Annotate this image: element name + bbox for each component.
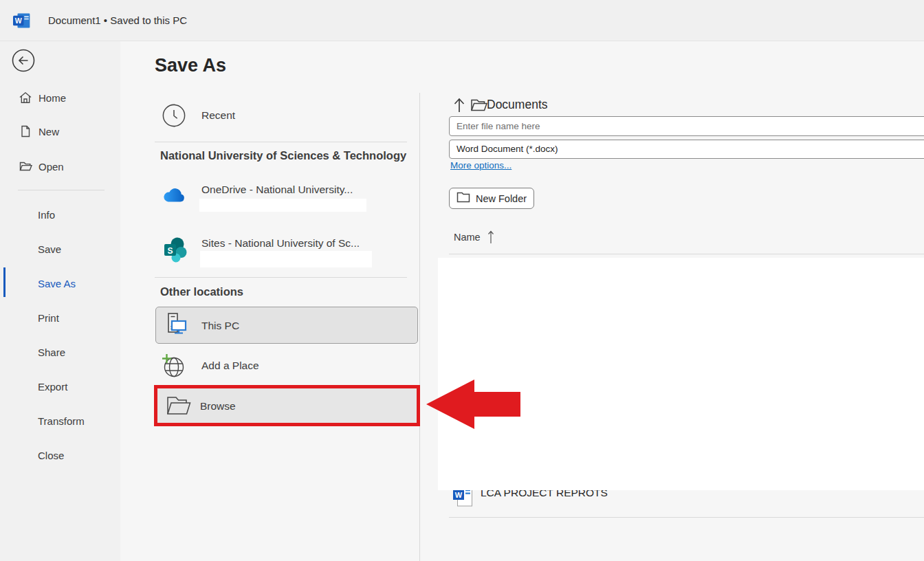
sidebar-item-save-as[interactable]: Save As: [0, 276, 120, 291]
add-a-place-item[interactable]: [160, 353, 186, 382]
sidebar-item-label: New: [38, 126, 59, 138]
new-folder-label: New Folder: [476, 193, 527, 204]
new-folder-icon: [456, 192, 470, 205]
divider: [449, 517, 924, 518]
new-folder-button[interactable]: New Folder: [449, 188, 534, 209]
recent-item-label[interactable]: Recent: [201, 109, 235, 122]
onedrive-icon[interactable]: [162, 187, 186, 206]
home-icon: [19, 91, 32, 104]
svg-text:W: W: [15, 16, 22, 25]
sharepoint-icon[interactable]: S: [163, 236, 188, 265]
this-pc-item[interactable]: This PC: [155, 307, 418, 344]
back-button[interactable]: [12, 49, 35, 72]
divider: [449, 254, 924, 254]
sidebar-item-open[interactable]: Open: [0, 154, 120, 179]
sidebar-item-label: Home: [38, 92, 66, 104]
name-column-header[interactable]: Name: [454, 230, 481, 244]
more-options-link[interactable]: More options...: [450, 160, 512, 170]
title-bar: W Document1 • Saved to this PC: [0, 0, 924, 41]
redaction-box: [199, 199, 366, 212]
sidebar-item-label: Open: [38, 161, 64, 173]
org-section-header: National University of Sciences & Techno…: [160, 148, 406, 163]
sidebar-item-new[interactable]: New: [0, 119, 120, 144]
panel-divider: [419, 93, 420, 561]
sidebar-item-export[interactable]: Export: [0, 379, 120, 394]
add-a-place-label[interactable]: Add a Place: [201, 359, 259, 373]
divider: [155, 277, 407, 278]
redaction-box: [200, 251, 372, 267]
browse-label: Browse: [200, 399, 236, 413]
globe-plus-icon: [160, 369, 186, 381]
divider: [155, 142, 407, 142]
new-document-icon: [19, 124, 32, 138]
sidebar-item-info[interactable]: Info: [0, 207, 120, 222]
svg-text:W: W: [455, 491, 463, 499]
current-folder-label: Documents: [487, 96, 548, 113]
sidebar-item-close[interactable]: Close: [0, 448, 120, 463]
onedrive-item-label[interactable]: OneDrive - National University...: [201, 183, 353, 197]
divider: [18, 190, 104, 190]
sidebar-item-share[interactable]: Share: [0, 344, 120, 360]
sites-item-label[interactable]: Sites - National University of Sc...: [201, 236, 360, 250]
this-pc-icon: [162, 311, 190, 342]
other-locations-header: Other locations: [160, 284, 243, 299]
selected-indicator: [3, 267, 6, 297]
sidebar-item-print[interactable]: Print: [0, 310, 120, 325]
svg-text:S: S: [167, 246, 173, 256]
filename-input[interactable]: [449, 116, 924, 136]
recent-item[interactable]: [162, 103, 186, 128]
up-one-level-button[interactable]: [452, 96, 466, 114]
sidebar-item-transform[interactable]: Transform: [0, 413, 120, 428]
sort-ascending-icon: [487, 230, 495, 248]
word-logo-icon: W: [13, 12, 31, 32]
open-folder-icon: [19, 160, 32, 173]
sidebar-item-home[interactable]: Home: [0, 85, 120, 110]
document-title: Document1 • Saved to this PC: [48, 14, 187, 26]
filetype-value: Word Document (*.docx): [456, 144, 558, 154]
browse-folder-icon: [166, 395, 192, 419]
page-title: Save As: [155, 55, 226, 76]
file-list-redaction-area: [438, 258, 924, 490]
this-pc-label: This PC: [201, 319, 239, 333]
documents-folder-icon: [470, 98, 488, 115]
browse-item[interactable]: Browse: [157, 388, 417, 423]
sidebar-item-save[interactable]: Save: [0, 241, 120, 256]
filetype-dropdown[interactable]: Word Document (*.docx): [449, 140, 924, 159]
